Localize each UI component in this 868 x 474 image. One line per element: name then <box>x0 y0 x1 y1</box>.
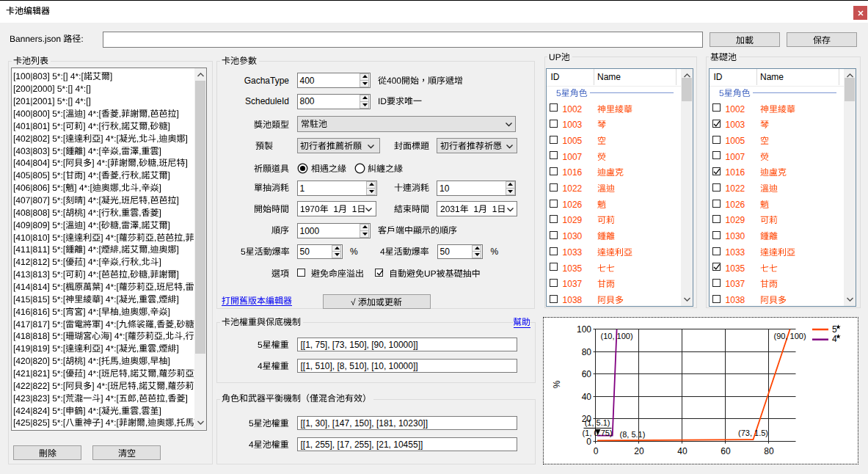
svg-text:0: 0 <box>593 446 598 456</box>
svg-text:40: 40 <box>677 446 688 456</box>
svg-text:(10, 100): (10, 100) <box>600 332 632 340</box>
svg-text:(73, 1.5): (73, 1.5) <box>738 429 768 437</box>
svg-text:60: 60 <box>721 446 731 456</box>
svg-text:(1, 5.1): (1, 5.1) <box>584 418 610 427</box>
svg-text:(90, 100): (90, 100) <box>773 332 806 340</box>
svg-text:60: 60 <box>581 369 591 379</box>
svg-text:40: 40 <box>581 392 591 402</box>
svg-text:%: % <box>552 380 562 388</box>
svg-text:(8, 5.1): (8, 5.1) <box>619 430 645 439</box>
svg-text:80: 80 <box>764 446 774 456</box>
svg-text:100: 100 <box>576 324 591 335</box>
svg-text:0: 0 <box>586 437 591 447</box>
svg-text:20: 20 <box>634 446 644 456</box>
svg-text:80: 80 <box>581 347 591 357</box>
